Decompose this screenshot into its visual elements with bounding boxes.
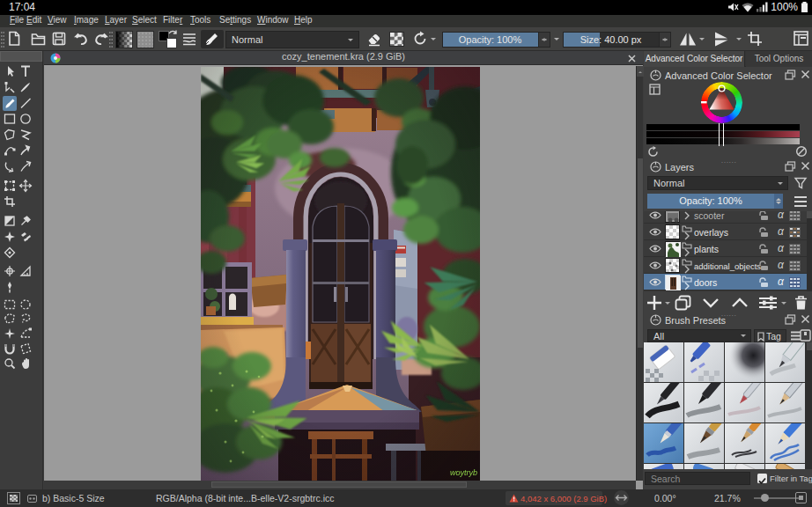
svg-text:woytryb: woytryb	[450, 468, 477, 477]
